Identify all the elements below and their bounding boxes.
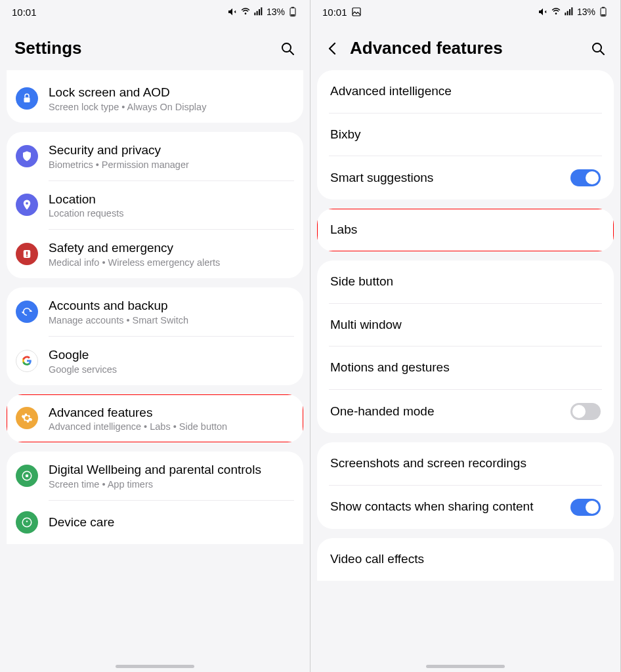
svg-rect-13 — [353, 8, 360, 16]
advfeat-row-labs[interactable]: Labs — [317, 209, 614, 251]
advanced-features-header: Advanced features — [310, 24, 620, 70]
volume-mute-icon — [227, 7, 238, 17]
settings-row-google[interactable]: GoogleGoogle services — [7, 337, 303, 385]
home-indicator[interactable] — [426, 665, 505, 668]
wifi-icon — [551, 7, 561, 17]
svg-rect-8 — [26, 251, 28, 255]
page-title: Settings — [14, 38, 82, 58]
battery-icon — [598, 7, 609, 17]
status-icons: 13% — [538, 7, 609, 17]
settings-row-security-and-privacy[interactable]: Security and privacyBiometrics • Permiss… — [7, 132, 303, 180]
svg-point-6 — [26, 202, 28, 205]
row-title: Smart suggestions — [330, 170, 564, 186]
svg-rect-16 — [602, 7, 605, 8]
svg-rect-9 — [26, 256, 28, 257]
row-subtitle: Manage accounts • Smart Switch — [49, 315, 294, 326]
phone-left: 10:01 13% Settings Lock screen and AODSc… — [0, 0, 310, 672]
row-title: Device care — [49, 514, 294, 530]
settings-row-lock-screen-and-aod[interactable]: Lock screen and AODScreen lock type • Al… — [7, 74, 303, 123]
advfeat-row-advanced-intelligence[interactable]: Advanced intelligence — [317, 70, 614, 113]
svg-point-11 — [26, 474, 29, 478]
status-bar: 10:01 13% — [0, 0, 310, 24]
advfeat-row-screenshots-and-screen-recordings[interactable]: Screenshots and screen recordings — [317, 442, 614, 485]
svg-point-3 — [282, 43, 291, 52]
row-title: Side button — [330, 274, 601, 290]
svg-rect-5 — [24, 97, 30, 102]
battery-icon — [288, 7, 298, 17]
wifi-icon — [240, 7, 251, 17]
status-time: 10:01 — [322, 7, 347, 18]
shield-icon — [16, 145, 38, 167]
image-notif-icon — [351, 7, 362, 17]
toggle-switch[interactable] — [570, 169, 601, 186]
row-subtitle: Google services — [49, 364, 294, 375]
toggle-switch[interactable] — [570, 499, 601, 516]
row-title: Multi window — [330, 317, 601, 333]
signal-icon — [253, 7, 264, 17]
status-time: 10:01 — [12, 7, 37, 18]
care-icon — [16, 511, 38, 534]
row-title: Google — [49, 347, 294, 363]
phone-right: 10:01 13% Advanced features Advanced int… — [310, 0, 621, 672]
wellbeing-icon — [16, 465, 38, 487]
home-indicator[interactable] — [116, 665, 194, 668]
advfeat-row-motions-and-gestures[interactable]: Motions and gestures — [317, 346, 614, 389]
settings-row-safety-and-emergency[interactable]: Safety and emergencyMedical info • Wirel… — [7, 230, 303, 278]
row-title: Bixby — [330, 127, 601, 143]
row-title: Advanced features — [49, 405, 294, 421]
row-title: Advanced intelligence — [330, 83, 601, 100]
row-subtitle: Screen lock type • Always On Display — [49, 102, 294, 112]
advfeat-row-side-button[interactable]: Side button — [317, 261, 614, 303]
advfeat-row-multi-window[interactable]: Multi window — [317, 304, 614, 346]
status-bar: 10:01 13% — [310, 0, 620, 24]
row-subtitle: Location requests — [49, 208, 294, 219]
advfeat-row-bixby[interactable]: Bixby — [317, 114, 614, 156]
volume-mute-icon — [538, 7, 548, 17]
settings-row-advanced-features[interactable]: Advanced featuresAdvanced intelligence •… — [7, 394, 303, 443]
back-icon[interactable] — [325, 41, 341, 56]
toggle-switch[interactable] — [570, 403, 601, 420]
alert-icon — [16, 243, 38, 265]
row-title: Digital Wellbeing and parental controls — [49, 462, 294, 478]
status-icons: 13% — [227, 7, 298, 17]
settings-row-accounts-and-backup[interactable]: Accounts and backupManage accounts • Sma… — [7, 287, 303, 336]
row-subtitle: Biometrics • Permission manager — [49, 159, 294, 170]
row-title: Lock screen and AOD — [49, 85, 294, 100]
row-title: Location — [49, 192, 294, 207]
settings-row-digital-wellbeing-and-parental-controls[interactable]: Digital Wellbeing and parental controlsS… — [7, 452, 303, 500]
row-title: Screenshots and screen recordings — [330, 455, 601, 472]
g-icon — [16, 350, 38, 372]
page-title: Advanced features — [350, 38, 503, 58]
settings-row-device-care[interactable]: Device care — [7, 501, 303, 544]
row-title: One-handed mode — [330, 404, 564, 420]
advfeat-row-one-handed-mode[interactable]: One-handed mode — [317, 390, 614, 433]
row-subtitle: Advanced intelligence • Labs • Side butt… — [49, 421, 294, 432]
row-title: Accounts and backup — [49, 298, 294, 314]
search-icon[interactable] — [280, 41, 295, 56]
svg-line-4 — [290, 51, 293, 54]
settings-header: Settings — [0, 24, 310, 70]
settings-row-location[interactable]: LocationLocation requests — [7, 181, 303, 230]
row-title: Labs — [330, 222, 601, 238]
advfeat-row-show-contacts-when-sharing-content[interactable]: Show contacts when sharing content — [317, 486, 614, 529]
svg-rect-2 — [291, 7, 294, 8]
advfeat-row-video-call-effects[interactable]: Video call effects — [317, 538, 614, 581]
lock-icon — [16, 87, 38, 110]
svg-point-17 — [593, 43, 601, 52]
row-subtitle: Screen time • App timers — [49, 479, 294, 490]
row-title: Security and privacy — [49, 142, 294, 158]
row-title: Video call effects — [330, 551, 601, 568]
advfeat-row-smart-suggestions[interactable]: Smart suggestions — [317, 156, 614, 200]
sync-icon — [16, 301, 38, 323]
svg-rect-15 — [601, 14, 605, 16]
row-title: Show contacts when sharing content — [330, 499, 564, 515]
battery-text: 13% — [267, 7, 285, 17]
svg-line-18 — [601, 51, 604, 54]
row-title: Safety and emergency — [49, 240, 294, 256]
signal-icon — [564, 7, 574, 17]
gear-icon — [16, 407, 38, 429]
row-title: Motions and gestures — [330, 360, 601, 376]
row-subtitle: Medical info • Wireless emergency alerts — [49, 257, 294, 268]
pin-icon — [16, 194, 38, 216]
search-icon[interactable] — [590, 41, 606, 56]
